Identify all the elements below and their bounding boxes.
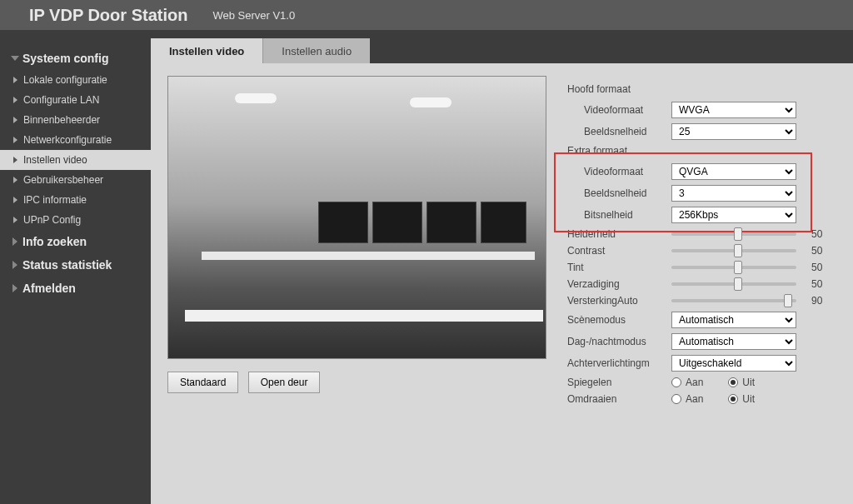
sidebar-item-gebruikersbeheer[interactable]: Gebruikersbeheer xyxy=(0,170,151,190)
main: Systeem config Lokale configuratie Confi… xyxy=(0,38,853,504)
main-format-title: Hoofd formaat xyxy=(567,83,836,95)
tab-instellen-audio[interactable]: Instellen audio xyxy=(262,38,370,63)
content: Instellen video Instellen audio Standaar… xyxy=(151,38,853,504)
field-label: Scènemodus xyxy=(567,314,671,326)
slider-value: 90 xyxy=(811,295,836,307)
extra-videoformat-row: Videoformaat QVGA xyxy=(567,163,836,180)
field-label: Beeldsnelheid xyxy=(584,187,671,199)
gainauto-slider-row: VersterkingAuto 90 xyxy=(567,295,836,307)
tab-instellen-video[interactable]: Instellen video xyxy=(151,38,262,63)
flip-on-option[interactable]: Aan xyxy=(671,393,703,405)
tint-slider-row: Tint 50 xyxy=(567,262,836,273)
tabs: Instellen video Instellen audio xyxy=(151,38,853,63)
slider-value: 50 xyxy=(811,228,836,240)
extra-bitrate-row: Bitsnelheid 256Kbps xyxy=(567,207,836,223)
saturation-slider[interactable] xyxy=(671,282,796,286)
radio-icon xyxy=(671,377,681,387)
main-videoformat-row: Videoformaat WVGA xyxy=(567,102,836,118)
radio-icon xyxy=(728,377,738,387)
radio-icon xyxy=(728,394,738,404)
settings-column: Hoofd formaat Videoformaat WVGA Beeldsne… xyxy=(559,76,836,410)
sidebar-group-status-statistiek[interactable]: Status statistiek xyxy=(0,253,151,277)
chevron-down-icon xyxy=(11,56,19,61)
sidebar-item-binnenbeheerder[interactable]: Binnenbeheerder xyxy=(0,110,151,130)
field-label: Achterverlichtingm xyxy=(567,357,671,369)
header: IP VDP Door Station Web Server V1.0 xyxy=(0,0,853,30)
chevron-right-icon xyxy=(12,237,17,246)
sidebar-item-ipc-informatie[interactable]: IPC informatie xyxy=(0,190,151,210)
extra-format-title: Extra formaat xyxy=(567,145,836,157)
video-column: Standaard Open deur xyxy=(167,76,559,410)
sidebar-item-upnp-config[interactable]: UPnP Config xyxy=(0,210,151,230)
slider-value: 50 xyxy=(811,278,836,290)
flip-off-option[interactable]: Uit xyxy=(728,393,755,405)
button-row: Standaard Open deur xyxy=(167,372,559,393)
backlight-mode-row: Achterverlichtingm Uitgeschakeld xyxy=(567,355,836,372)
sidebar-group-systeem[interactable]: Systeem config xyxy=(0,47,151,70)
daynight-mode-row: Dag-/nachtmodus Automatisch xyxy=(567,333,836,350)
sidebar-group-label: Systeem config xyxy=(22,52,108,65)
extra-framerate-select[interactable]: 3 xyxy=(671,185,796,202)
app-title: IP VDP Door Station xyxy=(29,6,187,25)
sidebar: Systeem config Lokale configuratie Confi… xyxy=(0,38,151,504)
mirror-on-option[interactable]: Aan xyxy=(671,377,703,388)
field-label: Bitsnelheid xyxy=(584,209,671,221)
slider-label: Verzadiging xyxy=(567,278,671,290)
daynight-mode-select[interactable]: Automatisch xyxy=(671,333,796,350)
extra-videoformat-select[interactable]: QVGA xyxy=(671,163,796,180)
sidebar-group-label: Afmelden xyxy=(22,282,76,295)
default-button[interactable]: Standaard xyxy=(167,372,238,393)
main-videoformat-select[interactable]: WVGA xyxy=(671,102,796,118)
body-area: Standaard Open deur Hoofd formaat Videof… xyxy=(151,63,853,422)
field-label: Videoformaat xyxy=(584,104,671,116)
mirror-off-option[interactable]: Uit xyxy=(728,377,755,388)
sidebar-item-instellen-video[interactable]: Instellen video xyxy=(0,150,151,170)
contrast-slider[interactable] xyxy=(671,249,796,252)
flip-radio-row: Omdraaien Aan Uit xyxy=(567,393,836,405)
sidebar-group-label: Status statistiek xyxy=(22,258,112,272)
field-label: Videoformaat xyxy=(584,166,671,177)
sidebar-item-netwerkconfiguratie[interactable]: Netwerkconfiguratie xyxy=(0,130,151,150)
chevron-right-icon xyxy=(12,261,17,269)
saturation-slider-row: Verzadiging 50 xyxy=(567,278,836,290)
brightness-slider-row: Helderheid 50 xyxy=(567,228,836,240)
radio-icon xyxy=(671,394,681,404)
video-preview xyxy=(167,76,546,359)
sidebar-item-lokale-configuratie[interactable]: Lokale configuratie xyxy=(0,70,151,90)
field-label: Dag-/nachtmodus xyxy=(567,336,671,347)
slider-label: Contrast xyxy=(567,245,671,257)
contrast-slider-row: Contrast 50 xyxy=(567,245,836,257)
extra-framerate-row: Beeldsnelheid 3 xyxy=(567,185,836,202)
brightness-slider[interactable] xyxy=(671,232,796,236)
backlight-mode-select[interactable]: Uitgeschakeld xyxy=(671,355,796,372)
open-door-button[interactable]: Open deur xyxy=(248,372,321,393)
mirror-radio-row: Spiegelen Aan Uit xyxy=(567,377,836,388)
chevron-right-icon xyxy=(12,284,17,292)
sidebar-group-label: Info zoeken xyxy=(22,235,87,248)
field-label: Beeldsnelheid xyxy=(584,126,671,137)
sidebar-item-configuratie-lan[interactable]: Configuratie LAN xyxy=(0,90,151,110)
scene-mode-select[interactable]: Automatisch xyxy=(671,312,796,328)
slider-value: 50 xyxy=(811,245,836,257)
slider-label: VersterkingAuto xyxy=(567,295,671,307)
header-strip xyxy=(0,30,853,38)
sidebar-group-info-zoeken[interactable]: Info zoeken xyxy=(0,230,151,253)
gainauto-slider[interactable] xyxy=(671,299,796,302)
app-subtitle: Web Server V1.0 xyxy=(212,9,295,22)
extra-bitrate-select[interactable]: 256Kbps xyxy=(671,207,796,223)
tint-slider[interactable] xyxy=(671,266,796,269)
main-framerate-select[interactable]: 25 xyxy=(671,123,796,140)
scene-mode-row: Scènemodus Automatisch xyxy=(567,312,836,328)
slider-label: Tint xyxy=(567,262,671,273)
slider-value: 50 xyxy=(811,262,836,273)
slider-label: Helderheid xyxy=(567,228,671,240)
main-framerate-row: Beeldsnelheid 25 xyxy=(567,123,836,140)
radio-label: Omdraaien xyxy=(567,393,671,405)
sidebar-group-afmelden[interactable]: Afmelden xyxy=(0,277,151,300)
radio-label: Spiegelen xyxy=(567,377,671,388)
